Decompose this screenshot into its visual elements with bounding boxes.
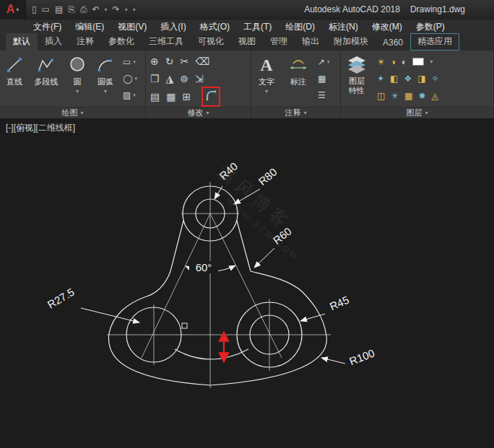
offset-icon[interactable]: ⊚ [180,73,188,84]
tab-parametric[interactable]: 参数化 [101,33,142,50]
app-menu-button[interactable]: A ▾ [0,0,26,19]
layer-on-icon[interactable]: ☀ [377,57,385,67]
table-tool-button[interactable]: ▦ [318,74,330,84]
polyline-tool-button[interactable]: 多段线 [29,50,64,107]
dim-r45-label[interactable]: R45 [328,294,351,313]
r60-leader[interactable] [254,248,274,268]
mirror-icon[interactable]: ◮ [166,73,174,84]
trim-icon[interactable]: ✂ [180,56,188,67]
erase-icon[interactable]: ⌫ [195,56,209,67]
tab-annotate[interactable]: 注释 [69,33,101,50]
menu-view[interactable]: 视图(V) [118,21,147,33]
r275-leader[interactable] [81,308,139,322]
part-geometry[interactable] [108,186,326,385]
arc-tool-button[interactable]: 圆弧 ▾ [91,50,120,107]
tab-a360[interactable]: A360 [376,35,410,50]
leader-tool-button[interactable]: ↗ ▾ [318,57,330,67]
title-bar: A ▾ ▯ ▭ ▤ ⎘ ⎙ ↶ ▾ ↷ ▾ ▾ Autodesk AutoCAD… [0,0,494,19]
ellipse-tool-button[interactable]: ◯ ▾ [123,74,137,84]
menu-tools[interactable]: 工具(T) [243,21,272,33]
tab-home[interactable]: 默认 [6,33,38,50]
hatch-tool-button[interactable]: ▨ ▾ [123,90,137,100]
qat-customize-icon[interactable]: ▾ [133,6,136,13]
layer-dropdown-icon[interactable]: ▾ [430,58,433,65]
panel-label-layers[interactable]: 图层 ▾ [341,107,493,118]
dimension-tool-button[interactable]: 标注 [282,50,315,107]
undo-icon[interactable]: ↶ [92,5,100,14]
tab-3d-tools[interactable]: 三维工具 [142,33,191,50]
tab-output[interactable]: 输出 [295,33,326,50]
text-dropdown-icon[interactable]: ▾ [265,88,268,95]
layer-tool-icon-9[interactable]: ✹ [418,91,425,101]
rotate-icon[interactable]: ↻ [165,56,174,67]
layer-color-swatch[interactable] [412,58,424,66]
tab-view[interactable]: 视图 [231,33,263,50]
save-icon[interactable]: ▤ [55,5,63,14]
arc-dropdown-icon[interactable]: ▾ [104,88,107,95]
layer-tool-icon-1[interactable]: ✦ [377,74,384,84]
array-icon[interactable]: ▦ [166,91,176,102]
model-space[interactable]: 溪风博客 WWW.XZW.COM [0,118,494,448]
r40-leader[interactable] [214,186,222,199]
circle-tool-button[interactable]: 圆 ▾ [64,50,91,107]
menu-dimension[interactable]: 标注(N) [329,21,358,33]
dim-r100-label[interactable]: R100 [347,347,376,368]
line-tool-button[interactable]: 直线 [0,50,29,107]
layer-tool-icon-4[interactable]: ◨ [417,74,425,84]
pickbox-cursor[interactable] [182,323,187,328]
explode-icon[interactable]: ⊞ [182,91,191,102]
circle-dropdown-icon[interactable]: ▾ [76,88,79,95]
tab-visualize[interactable]: 可视化 [191,33,231,50]
layer-freeze-icon[interactable]: ◑ [391,57,396,67]
layer-tool-icon-10[interactable]: ◬ [432,91,438,101]
layer-tool-icon-2[interactable]: ◧ [390,74,398,84]
menu-format[interactable]: 格式(O) [200,21,230,33]
part-outline[interactable] [108,221,326,385]
new-file-icon[interactable]: ▯ [32,5,37,14]
layer-tool-icon-8[interactable]: ▦ [404,91,412,101]
layer-tool-icon-3[interactable]: ❖ [404,74,412,84]
text-tool-button[interactable]: A 文字 ▾ [251,50,282,107]
text-style-tool-button[interactable]: ☰ [318,90,330,100]
centerlines[interactable] [107,182,331,388]
menu-insert[interactable]: 插入(I) [160,21,186,33]
panel-label-annotation[interactable]: 注释 ▾ [251,107,340,118]
copy-icon[interactable]: ❐ [150,73,160,84]
layer-properties-button[interactable]: 图层 特性 [341,50,373,107]
viewport-controls[interactable]: [-][俯视][二维线框] [6,122,75,134]
scale-icon[interactable]: ▤ [150,91,160,102]
redo-dropdown-icon[interactable]: ▾ [125,6,128,13]
menu-parametric[interactable]: 参数(P) [416,21,445,33]
plot-icon[interactable]: ⎙ [80,5,87,14]
tab-featured-apps[interactable]: 精选应用 [410,33,459,50]
tab-add-ins[interactable]: 附加模块 [326,33,376,50]
redo-icon[interactable]: ↷ [113,5,120,14]
dim-r275-label[interactable]: R27.5 [46,286,77,311]
layer-tool-icon-7[interactable]: ☀ [391,91,399,101]
undo-dropdown-icon[interactable]: ▾ [105,6,108,13]
dimension-leaders[interactable] [81,186,345,364]
layer-tool-icon-5[interactable]: ✧ [432,74,439,84]
menu-edit[interactable]: 编辑(E) [75,21,104,33]
r100-leader[interactable] [321,358,345,364]
left-diagonal-centerline[interactable] [142,214,210,358]
layer-lock-icon[interactable]: ◐ [402,57,407,67]
open-file-icon[interactable]: ▭ [42,5,50,14]
rectangle-tool-button[interactable]: ▭ ▾ [123,57,137,67]
menu-draw[interactable]: 绘图(D) [285,21,315,33]
drawing-canvas[interactable]: [-][俯视][二维线框] 溪风博客 WWW.XZW.COM [0,118,494,448]
tab-manage[interactable]: 管理 [263,33,295,50]
panel-label-draw[interactable]: 绘图 ▾ [0,107,145,118]
dim-r80-label[interactable]: R80 [256,165,279,188]
dim-angle-label[interactable]: 60° [196,261,212,273]
panel-label-modify[interactable]: 修改 ▾ [146,107,251,118]
tab-insert[interactable]: 插入 [38,33,69,50]
save-as-icon[interactable]: ⎘ [68,5,75,14]
inner-bottom-arc[interactable] [175,349,248,359]
fillet-tool-button-highlighted[interactable] [202,87,220,107]
stretch-icon[interactable]: ⇲ [195,73,204,84]
layer-tool-icon-6[interactable]: ◫ [377,91,385,101]
move-icon[interactable]: ⊕ [150,56,159,67]
menu-file[interactable]: 文件(F) [33,21,61,33]
menu-modify[interactable]: 修改(M) [372,21,402,33]
